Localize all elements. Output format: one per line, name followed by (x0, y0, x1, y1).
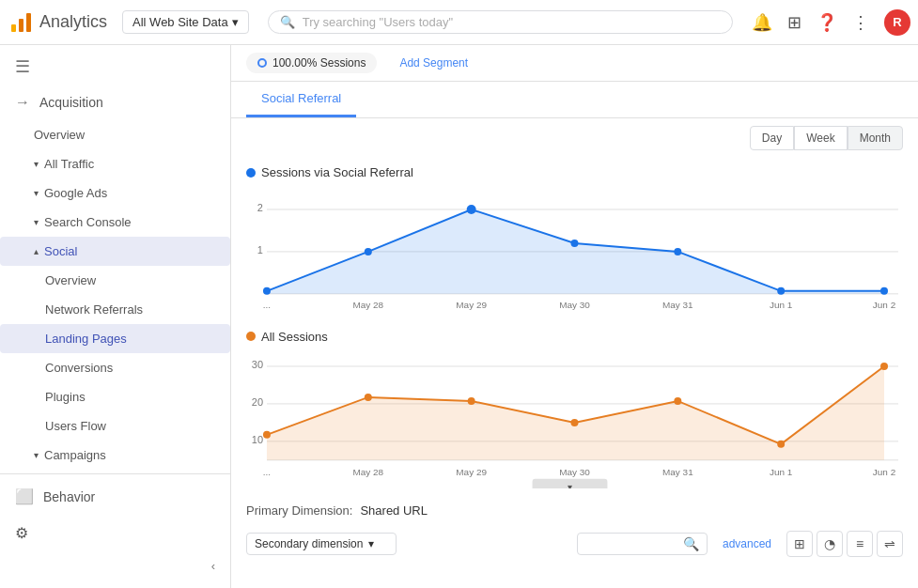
primary-dimension-bar: Primary Dimension: Shared URL (231, 496, 918, 525)
site-selector[interactable]: All Web Site Data ▾ (122, 10, 249, 34)
month-button[interactable]: Month (848, 126, 903, 150)
search-icon[interactable]: 🔍 (683, 536, 699, 551)
svg-text:May 30: May 30 (559, 467, 590, 477)
main-layout: ☰ → Acquisition Overview ▾ All Traffic ▾… (0, 45, 918, 588)
sidebar-item-google-ads[interactable]: ▾ Google Ads (0, 178, 230, 208)
grid-icon[interactable]: ⊞ (787, 12, 801, 33)
segment-pill: 100.00% Sessions (246, 53, 377, 73)
chart2-point-1 (365, 394, 372, 401)
more-icon[interactable]: ⋮ (852, 12, 869, 33)
compare-view-button[interactable]: ⇌ (877, 531, 903, 557)
chart1-legend-label: Sessions via Social Referral (261, 165, 413, 179)
segment-bar: 100.00% Sessions Add Segment (231, 45, 918, 82)
sidebar-item-search-console[interactable]: ▾ Search Console (0, 208, 230, 237)
svg-text:▾: ▾ (568, 482, 572, 488)
overview-label: Overview (34, 128, 85, 142)
chevron-down-icon: ▾ (34, 188, 39, 198)
sidebar-item-users-flow[interactable]: Users Flow (0, 411, 230, 441)
sidebar-item-behavior[interactable]: ⬜ Behavior (0, 478, 230, 515)
svg-text:Jun 1: Jun 1 (770, 300, 793, 310)
chart2-point-4 (674, 397, 681, 405)
search-box[interactable]: 🔍 (577, 533, 708, 555)
secondary-bar: Secondary dimension ▾ 🔍 advanced ⊞ ◔ ≡ ⇌ (231, 525, 918, 563)
primary-dimension-label: Primary Dimension: (246, 503, 352, 518)
analytics-logo-icon (8, 9, 34, 36)
week-button[interactable]: Week (794, 126, 847, 150)
google-ads-label: Google Ads (44, 186, 107, 200)
search-placeholder: Try searching "Users today" (303, 15, 453, 29)
charts-area: Sessions via Social Referral 2 1 (231, 158, 918, 488)
svg-text:May 31: May 31 (662, 300, 693, 310)
chart2-svg: 30 20 10 (246, 348, 903, 488)
landing-pages-label: Landing Pages (45, 332, 127, 346)
content-area: 100.00% Sessions Add Segment Social Refe… (231, 45, 918, 588)
svg-text:10: 10 (252, 434, 263, 445)
svg-text:Jun 2: Jun 2 (873, 300, 896, 310)
table-view-button[interactable]: ⊞ (786, 531, 813, 557)
svg-text:2: 2 (257, 202, 263, 213)
collapse-icon: ‹ (211, 559, 215, 573)
chart2-legend-label: All Sessions (261, 330, 328, 344)
svg-text:May 28: May 28 (352, 300, 383, 310)
behavior-icon: ⬜ (15, 487, 34, 505)
hamburger-button[interactable]: ☰ (0, 49, 230, 85)
chart1-point-2 (467, 205, 476, 214)
svg-text:May 28: May 28 (352, 467, 383, 477)
search-console-label: Search Console (44, 215, 132, 229)
svg-text:May 29: May 29 (456, 467, 487, 477)
svg-text:...: ... (263, 467, 271, 477)
view-icons: ⊞ ◔ ≡ ⇌ (786, 531, 903, 557)
day-button[interactable]: Day (750, 126, 794, 150)
chart1-point-1 (365, 248, 372, 255)
svg-text:1: 1 (257, 244, 263, 255)
sidebar-item-conversions[interactable]: Conversions (0, 353, 230, 382)
sidebar-item-campaigns[interactable]: ▾ Campaigns (0, 441, 230, 470)
sidebar-item-all-traffic[interactable]: ▾ All Traffic (0, 149, 230, 178)
search-bar[interactable]: 🔍 Try searching "Users today" (268, 10, 733, 34)
svg-text:30: 30 (252, 359, 263, 370)
sidebar-item-social-overview[interactable]: Overview (0, 266, 230, 295)
svg-text:May 30: May 30 (559, 300, 590, 310)
advanced-link[interactable]: advanced (723, 537, 771, 550)
sidebar-collapse-button[interactable]: ‹ (0, 551, 230, 580)
tab-social-referral[interactable]: Social Referral (246, 82, 356, 117)
chart2-container: 30 20 10 (246, 348, 903, 488)
chart-block-1: Sessions via Social Referral 2 1 (246, 158, 903, 315)
topbar: Analytics All Web Site Data ▾ 🔍 Try sear… (0, 0, 918, 45)
sidebar-item-overview[interactable]: Overview (0, 120, 230, 149)
svg-marker-23 (267, 366, 884, 460)
secondary-dimension-label: Secondary dimension (255, 537, 363, 550)
network-referrals-label: Network Referrals (45, 302, 143, 317)
chart1-svg: 2 1 (246, 183, 903, 315)
chart1-point-0 (263, 287, 271, 295)
date-controls: Day Week Month (231, 118, 918, 158)
legend-blue-dot (246, 168, 256, 178)
chart2-point-0 (263, 431, 271, 439)
sidebar-item-plugins[interactable]: Plugins (0, 382, 230, 411)
social-overview-label: Overview (45, 273, 96, 287)
bar-view-button[interactable]: ≡ (847, 531, 873, 557)
social-label: Social (44, 244, 77, 258)
svg-rect-0 (11, 24, 16, 32)
help-icon[interactable]: ❓ (817, 12, 837, 33)
add-segment-button[interactable]: Add Segment (399, 56, 468, 70)
chevron-down-icon: ▾ (34, 159, 39, 169)
sidebar-item-social[interactable]: ▴ Social (0, 237, 230, 266)
sidebar-item-landing-pages[interactable]: Landing Pages (0, 324, 230, 353)
site-selector-label: All Web Site Data (132, 15, 228, 29)
search-input[interactable] (585, 537, 679, 550)
sidebar-item-settings[interactable]: ⚙ (0, 515, 230, 551)
sidebar-item-network-referrals[interactable]: Network Referrals (0, 295, 230, 324)
svg-text:...: ... (263, 300, 271, 310)
secondary-dimension-select[interactable]: Secondary dimension ▾ (246, 533, 397, 555)
svg-text:20: 20 (252, 396, 263, 408)
svg-rect-2 (26, 13, 31, 32)
chart1-legend: Sessions via Social Referral (246, 158, 903, 179)
sidebar-divider (0, 473, 230, 474)
chart2-point-6 (880, 363, 888, 370)
bell-icon[interactable]: 🔔 (752, 12, 772, 33)
avatar[interactable]: R (884, 9, 910, 36)
pie-view-button[interactable]: ◔ (817, 531, 843, 557)
sidebar-item-acquisition[interactable]: → Acquisition (0, 85, 230, 120)
all-traffic-label: All Traffic (44, 157, 94, 171)
